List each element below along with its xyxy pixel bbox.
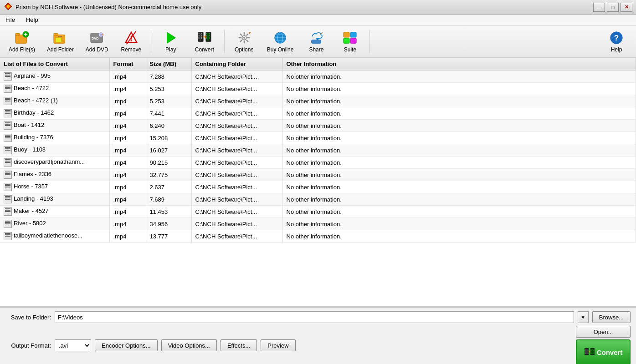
cell-size: 6.240 xyxy=(146,120,191,132)
convert-film-icon xyxy=(584,348,595,356)
cell-format: .mp4 xyxy=(109,95,146,107)
table-row[interactable]: Beach - 4722 .mp4 5.253 C:\NCH Software\… xyxy=(0,83,636,95)
add-folder-icon xyxy=(52,30,68,45)
buy-online-button[interactable]: Buy Online xyxy=(262,28,299,55)
cell-name: River - 5802 xyxy=(0,218,109,230)
cell-size: 7.288 xyxy=(146,70,191,83)
cell-name: Beach - 4722 xyxy=(0,83,109,95)
table-row[interactable]: tallboymediatiethenoose... .mp4 13.777 C… xyxy=(0,230,636,243)
convert-toolbar-button[interactable]: Convert xyxy=(189,28,221,55)
title-bar: Prism by NCH Software - (Unlicensed) Non… xyxy=(0,0,636,15)
cell-other: No other information. xyxy=(282,83,636,95)
close-button[interactable]: ✕ xyxy=(621,3,632,12)
cell-other: No other information. xyxy=(282,169,636,181)
add-dvd-button[interactable]: DVD Add DVD xyxy=(81,28,113,55)
svg-rect-28 xyxy=(201,37,202,39)
svg-rect-35 xyxy=(209,35,210,36)
file-icon xyxy=(4,97,12,105)
table-row[interactable]: River - 5802 .mp4 34.956 C:\NCH Software… xyxy=(0,218,636,230)
table-row[interactable]: Maker - 4527 .mp4 11.453 C:\NCH Software… xyxy=(0,206,636,218)
file-icon xyxy=(4,195,12,203)
cell-folder: C:\NCH Software\Pict... xyxy=(191,144,282,157)
svg-rect-62 xyxy=(585,350,585,351)
menu-file[interactable]: File xyxy=(4,15,17,24)
maximize-button[interactable]: □ xyxy=(607,3,619,12)
options-button[interactable]: Options xyxy=(228,28,260,55)
add-folder-button[interactable]: Add Folder xyxy=(42,28,79,55)
cell-name: Airplane - 995 xyxy=(0,70,109,83)
suite-button[interactable]: Suite xyxy=(334,28,366,55)
col-header-format: Format xyxy=(109,58,146,70)
output-format-row: Output Format: .avi .mp4 .mov .mkv .wmv … xyxy=(5,326,631,364)
file-icon xyxy=(4,121,12,130)
convert-toolbar-label: Convert xyxy=(195,46,214,53)
cell-format: .mp4 xyxy=(109,193,146,206)
menu-help[interactable]: Help xyxy=(24,15,40,24)
folder-dropdown-button[interactable]: ▼ xyxy=(578,311,589,323)
share-button[interactable]: Share xyxy=(300,28,332,55)
file-table-body: Airplane - 995 .mp4 7.288 C:\NCH Softwar… xyxy=(0,70,636,243)
format-select[interactable]: .avi .mp4 .mov .mkv .wmv .flv .mp3 .wav xyxy=(55,339,91,351)
table-row[interactable]: Beach - 4722 (1) .mp4 5.253 C:\NCH Softw… xyxy=(0,95,636,107)
cell-size: 11.453 xyxy=(146,206,191,218)
cell-format: .mp4 xyxy=(109,70,146,83)
video-options-button[interactable]: Video Options... xyxy=(161,339,217,351)
remove-button[interactable]: Remove xyxy=(115,28,147,55)
svg-rect-79 xyxy=(591,349,594,354)
col-header-name: List of Files to Convert xyxy=(0,58,109,70)
table-row[interactable]: Building - 7376 .mp4 15.208 C:\NCH Softw… xyxy=(0,132,636,144)
svg-rect-76 xyxy=(594,350,594,351)
browse-button[interactable]: Browse... xyxy=(592,311,631,323)
minimize-button[interactable]: — xyxy=(593,3,605,12)
cell-other: No other information. xyxy=(282,144,636,157)
svg-rect-24 xyxy=(199,35,200,36)
table-row[interactable]: Buoy - 1103 .mp4 16.027 C:\NCH Software\… xyxy=(0,144,636,157)
table-row[interactable]: Birthday - 1462 .mp4 7.441 C:\NCH Softwa… xyxy=(0,107,636,120)
convert-toolbar-icon xyxy=(197,30,212,45)
preview-button[interactable]: Preview xyxy=(261,339,295,351)
buy-online-label: Buy Online xyxy=(267,46,294,53)
cell-other: No other information. xyxy=(282,107,636,120)
save-folder-input[interactable] xyxy=(55,311,574,323)
add-files-button[interactable]: Add File(s) xyxy=(4,28,40,55)
cell-folder: C:\NCH Software\Pict... xyxy=(191,120,282,132)
table-row[interactable]: Boat - 1412 .mp4 6.240 C:\NCH Software\P… xyxy=(0,120,636,132)
open-button[interactable]: Open... xyxy=(576,326,631,338)
options-label: Options xyxy=(235,46,253,53)
table-row[interactable]: Airplane - 995 .mp4 7.288 C:\NCH Softwar… xyxy=(0,70,636,83)
svg-line-46 xyxy=(246,34,248,35)
cell-other: No other information. xyxy=(282,157,636,169)
svg-rect-57 xyxy=(350,38,356,43)
file-icon xyxy=(4,134,12,142)
cell-size: 5.253 xyxy=(146,83,191,95)
effects-button[interactable]: Effects... xyxy=(221,339,257,351)
svg-rect-72 xyxy=(590,350,591,351)
cell-format: .mp4 xyxy=(109,107,146,120)
file-icon xyxy=(4,109,12,117)
svg-rect-61 xyxy=(585,349,585,349)
svg-rect-65 xyxy=(588,349,588,349)
encoder-options-button[interactable]: Encoder Options... xyxy=(95,339,158,351)
table-row[interactable]: discoverypartIIjonathanm... .mp4 90.215 … xyxy=(0,157,636,169)
convert-main-button[interactable]: Convert xyxy=(576,339,631,364)
cell-size: 90.215 xyxy=(146,157,191,169)
svg-rect-55 xyxy=(350,32,356,37)
play-icon xyxy=(163,30,179,45)
svg-rect-56 xyxy=(344,38,349,43)
svg-rect-69 xyxy=(585,349,588,354)
table-row[interactable]: Flames - 2336 .mp4 32.775 C:\NCH Softwar… xyxy=(0,169,636,181)
file-list-container[interactable]: List of Files to Convert Format Size (MB… xyxy=(0,58,636,307)
table-row[interactable]: Landing - 4193 .mp4 7.689 C:\NCH Softwar… xyxy=(0,193,636,206)
cell-format: .mp4 xyxy=(109,144,146,157)
help-button[interactable]: ? Help xyxy=(600,28,632,55)
add-files-label: Add File(s) xyxy=(9,46,35,53)
cell-size: 15.208 xyxy=(146,132,191,144)
svg-text:?: ? xyxy=(614,33,619,42)
table-row[interactable]: Horse - 7357 .mp4 2.637 C:\NCH Software\… xyxy=(0,181,636,193)
svg-rect-34 xyxy=(209,33,210,34)
play-button[interactable]: Play xyxy=(155,28,187,55)
cell-other: No other information. xyxy=(282,230,636,243)
cell-format: .mp4 xyxy=(109,157,146,169)
file-icon xyxy=(4,232,12,240)
file-icon xyxy=(4,183,12,191)
